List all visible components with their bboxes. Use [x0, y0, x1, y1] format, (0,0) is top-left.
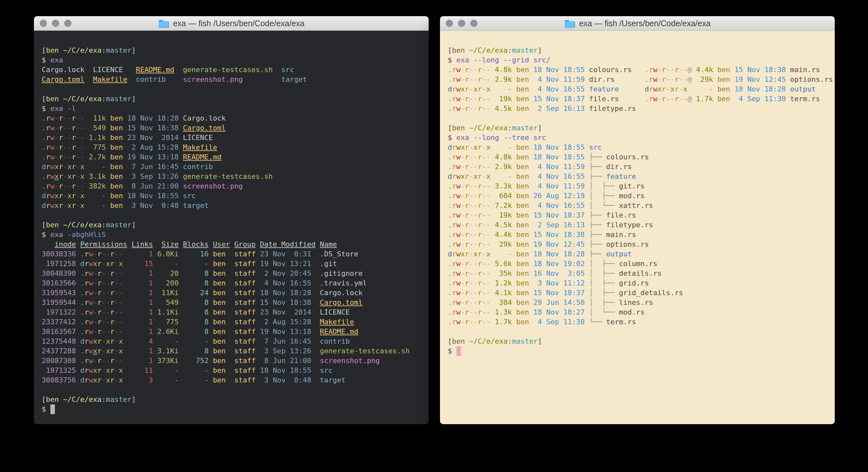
- text-segment: │ ├──: [589, 279, 619, 287]
- permission-char: w: [51, 172, 55, 180]
- text-segment: ├──: [589, 250, 606, 258]
- permission-char: x: [93, 376, 97, 384]
- title-bar[interactable]: exa — fish /Users/ben/Code/exa/exa: [440, 16, 835, 31]
- permission-char: -: [106, 357, 110, 365]
- permission-char: w: [89, 366, 93, 374]
- permission-char: r: [661, 75, 666, 83]
- text-segment: ben: [110, 124, 123, 132]
- text-segment: [: [42, 46, 46, 54]
- text-segment: [491, 269, 495, 277]
- permission-char: w: [457, 240, 461, 248]
- terminal-line: 31959544 .rw-r--r-- 1 549 8 ben staff 15…: [42, 298, 426, 307]
- close-button[interactable]: [446, 20, 453, 27]
- permission-char: r: [84, 347, 89, 355]
- text-segment: ben: [516, 250, 529, 258]
- terminal-line: [ben ~/C/e/exa:master]: [42, 94, 426, 104]
- text-segment: [76, 347, 80, 355]
- text-segment: staff: [234, 366, 255, 374]
- text-segment: [529, 85, 533, 93]
- text-segment: ├──: [589, 211, 606, 219]
- minimize-button[interactable]: [458, 20, 465, 27]
- permission-char: -: [93, 357, 97, 365]
- title-bar[interactable]: exa — fish /Users/ben/Code/exa/exa: [34, 16, 429, 31]
- permission-char: r: [478, 221, 482, 229]
- permission-char: -: [486, 182, 490, 190]
- zoom-button[interactable]: [470, 20, 477, 27]
- permission-char: -: [119, 298, 123, 306]
- permission-char: -: [486, 192, 490, 200]
- permission-char: x: [119, 366, 123, 374]
- permission-char: -: [67, 143, 72, 151]
- permission-char: -: [80, 114, 84, 122]
- permission-char: r: [452, 172, 456, 180]
- text-segment: staff: [234, 250, 255, 258]
- permission-char: -: [486, 279, 490, 287]
- permission-char: -: [76, 163, 80, 171]
- text-segment: details.rs: [619, 269, 661, 277]
- permission-char: w: [51, 124, 55, 132]
- permission-char: r: [110, 318, 114, 326]
- permission-char: -: [486, 105, 490, 113]
- permission-char: -: [482, 85, 486, 93]
- text-segment: [585, 66, 589, 74]
- text-segment: [209, 347, 213, 355]
- zoom-button[interactable]: [64, 20, 71, 27]
- permission-char: w: [51, 143, 55, 151]
- text-segment: 18 Nov 18:27: [533, 308, 585, 316]
- permission-char: x: [473, 143, 478, 151]
- permission-char: -: [93, 298, 97, 306]
- permission-char: r: [649, 75, 653, 83]
- text-segment: ben: [213, 269, 226, 277]
- permission-char: w: [89, 347, 93, 355]
- permission-char: -: [473, 182, 478, 190]
- permission-char: x: [67, 201, 72, 209]
- text-segment: 18 Nov 18:28: [533, 250, 585, 258]
- permission-char: -: [101, 318, 105, 326]
- text-segment: [153, 298, 157, 306]
- text-segment: ben: [110, 182, 123, 190]
- permission-char: r: [84, 269, 89, 277]
- text-segment: [179, 279, 183, 287]
- text-segment: [59, 395, 63, 404]
- text-segment: [491, 172, 495, 180]
- text-segment: [123, 134, 127, 142]
- permission-char: -: [461, 105, 465, 113]
- text-segment: [491, 298, 495, 306]
- text-segment: 11: [131, 366, 153, 374]
- permission-char: w: [457, 231, 461, 239]
- terminal-screen[interactable]: [ben ~/C/e/exa:master]$ exa --long --gri…: [440, 31, 835, 424]
- permission-char: w: [457, 172, 461, 180]
- text-segment: 1: [131, 279, 153, 287]
- text-segment: -: [89, 201, 106, 209]
- text-segment: [491, 201, 495, 209]
- terminal-screen[interactable]: [ben ~/C/e/exa:master]$ exaCargo.lock LI…: [34, 31, 429, 424]
- permission-char: r: [84, 279, 89, 287]
- text-segment: [529, 298, 533, 306]
- permission-char: r: [478, 163, 482, 171]
- terminal-window-dark[interactable]: exa — fish /Users/ben/Code/exa/exa [ben …: [34, 16, 429, 424]
- permission-char: x: [657, 85, 661, 93]
- permission-char: -: [461, 221, 465, 229]
- text-segment: 6.0Ki: [157, 250, 179, 258]
- permission-char: r: [478, 240, 482, 248]
- permission-char: -: [482, 192, 486, 200]
- text-segment: [123, 347, 132, 355]
- text-segment: ben: [110, 192, 123, 200]
- text-segment: colours.rs: [589, 66, 631, 74]
- terminal-line: .rw-r--r-- 7.2k ben 4 Nov 16:55 │ └── xa…: [448, 201, 832, 210]
- permission-char: -: [114, 298, 119, 306]
- permission-char: .: [448, 153, 452, 161]
- text-segment: 4 Sep 11:30: [735, 95, 786, 103]
- close-button[interactable]: [40, 20, 47, 27]
- minimize-button[interactable]: [52, 20, 59, 27]
- permission-char: -: [67, 134, 72, 142]
- permission-char: r: [649, 85, 653, 93]
- text-segment: [512, 289, 516, 297]
- text-segment: .travis.yml: [320, 279, 367, 287]
- permission-char: -: [473, 269, 478, 277]
- text-segment: 1: [131, 269, 153, 277]
- text-segment: [123, 289, 132, 297]
- text-segment: 16: [183, 250, 208, 258]
- terminal-window-light[interactable]: exa — fish /Users/ben/Code/exa/exa [ben …: [440, 16, 835, 424]
- text-segment: [123, 298, 132, 306]
